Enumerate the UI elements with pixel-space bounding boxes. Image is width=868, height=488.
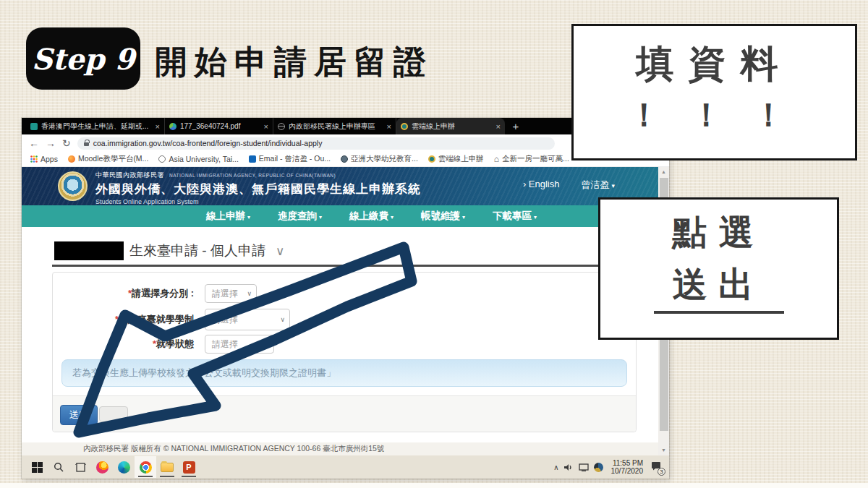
tab-title: 內政部移民署線上申辦專區	[289, 121, 380, 132]
user-menu[interactable]: 曾洁盈▾	[581, 179, 615, 192]
address-bar[interactable]: coa.immigration.gov.tw/coa-frontend/fore…	[77, 137, 555, 150]
bookmark-label: Apps	[41, 155, 58, 163]
tab-pdf[interactable]: 177_36e40724.pdf ×	[165, 118, 273, 134]
tab-immigration-portal[interactable]: 內政部移民署線上申辦專區 ×	[273, 118, 396, 134]
firefox-icon	[96, 461, 109, 474]
bookmark-label: Asia University, Tai...	[169, 155, 238, 163]
scroll-up-icon[interactable]: ▲	[661, 167, 666, 177]
tab-favicon-globe	[278, 123, 285, 130]
system-tray: ∧ 11:55 PM 10/7/2020	[553, 459, 665, 475]
windows-logo-icon	[32, 462, 43, 473]
caret-down-icon: ▾	[319, 214, 322, 221]
secondary-button-obscured[interactable]	[99, 406, 128, 422]
bookmark-childhood-education[interactable]: 亞洲大學幼兒教育...	[341, 154, 418, 164]
app-tray-icon[interactable]	[594, 463, 603, 472]
tray-collapse-icon[interactable]: ∧	[553, 463, 558, 471]
submit-button[interactable]: 送出	[60, 405, 98, 425]
redaction-box	[54, 241, 124, 260]
mail-icon	[249, 155, 256, 163]
note-fill-line1: 填資料	[574, 39, 855, 90]
powerpoint-taskbar-button[interactable]: P	[178, 456, 200, 478]
search-button[interactable]	[48, 456, 69, 478]
reload-button[interactable]: ↻	[62, 138, 71, 148]
nav-online-payment[interactable]: 線上繳費▾	[349, 210, 393, 223]
task-view-icon	[75, 462, 86, 473]
bookmark-apps[interactable]: Apps	[30, 155, 58, 163]
nav-account-maintenance[interactable]: 帳號維護▾	[421, 210, 465, 223]
field-label: *請選擇身分別 :	[53, 287, 194, 300]
page-title: 生來臺申請 - 個人申請	[129, 241, 265, 260]
tab-favicon-cloud	[401, 123, 408, 130]
device-icon[interactable]	[579, 463, 589, 471]
browser-window: 香港澳門學生線上申請、延期或... × 177_36e40724.pdf × 內…	[22, 118, 669, 479]
page-content: 生來臺申請 - 個人申請 ∨ *請選擇身分別 : 請選擇 *申請來臺就學學制 請…	[22, 227, 669, 442]
school-icon	[341, 155, 348, 163]
edge-taskbar-button[interactable]	[113, 456, 135, 478]
chrome-taskbar-button-active[interactable]	[135, 456, 156, 478]
clock-time: 11:55 PM	[611, 459, 644, 467]
start-button[interactable]	[26, 456, 48, 478]
note-fill-data: 填資料 ！！！	[571, 24, 857, 160]
site-footer: 內政部移民署 版權所有 © NATIONAL IMMIGRATION AGENC…	[22, 442, 669, 455]
caret-down-icon: ▾	[462, 214, 465, 221]
search-icon	[54, 462, 64, 473]
site-nav: 線上申辦▾ 進度查詢▾ 線上繳費▾ 帳號維護▾ 下載專區▾	[22, 205, 669, 227]
bookmark-moodle[interactable]: Moodle教學平台(M...	[68, 154, 148, 164]
lock-icon	[84, 142, 89, 146]
tab-close-icon[interactable]: ×	[496, 122, 501, 131]
caret-down-icon: ▾	[247, 214, 250, 221]
folder-icon	[161, 463, 174, 472]
study-status-select[interactable]: 請選擇	[205, 335, 274, 354]
education-system-select[interactable]: 請選擇	[205, 309, 290, 330]
exchange-student-info-bar: 若為交換生應上傳學校核發之「公文或載明交換期限之證明書」	[61, 359, 627, 387]
identity-select[interactable]: 請選擇	[205, 284, 257, 303]
agency-name: 中華民國內政部移民署	[95, 171, 164, 179]
site-header: 中華民國內政部移民署 NATIONAL IMMIGRATION AGENCY, …	[22, 167, 669, 205]
tab-close-icon[interactable]: ×	[156, 122, 160, 131]
scroll-down-icon[interactable]: ▼	[661, 445, 666, 455]
bookmark-asia-university[interactable]: Asia University, Tai...	[158, 155, 238, 163]
bookmark-label: 全新一房一廳可萬...	[502, 154, 569, 164]
back-button[interactable]: ←	[29, 138, 39, 148]
nav-progress-inquiry[interactable]: 進度查詢▾	[278, 210, 322, 223]
bookmark-label: Email - 曾洁盈 - Ou...	[259, 154, 331, 164]
site-footer-text: 內政部移民署 版權所有 © NATIONAL IMMIGRATION AGENC…	[83, 444, 384, 454]
cloud-icon	[428, 155, 435, 163]
slide-title: 開始申請居留證	[155, 40, 433, 84]
notification-center-button[interactable]: 3	[651, 461, 662, 474]
bookmark-label: 亞洲大學幼兒教育...	[351, 154, 418, 164]
chrome-icon	[140, 461, 152, 474]
info-text: 若為交換生應上傳學校核發之「公文或載明交換期限之證明書」	[72, 367, 336, 380]
clock-date: 10/7/2020	[611, 467, 644, 475]
bookmark-email[interactable]: Email - 曾洁盈 - Ou...	[249, 154, 331, 164]
new-tab-button[interactable]: +	[505, 118, 527, 134]
chevron-down-icon[interactable]: ∨	[276, 244, 284, 259]
speaker-icon[interactable]	[564, 463, 574, 471]
edge-icon	[118, 461, 130, 474]
tab-close-icon[interactable]: ×	[387, 122, 391, 131]
firefox-taskbar-button[interactable]	[91, 456, 113, 478]
tab-favicon-pdf	[169, 123, 176, 130]
tab-hk-macau-apply[interactable]: 香港澳門學生線上申請、延期或... ×	[26, 118, 165, 134]
form-row-study-status: *就學狀態 請選擇	[53, 335, 274, 354]
forward-button[interactable]: →	[46, 138, 56, 148]
bookmark-cloud-application[interactable]: 雲端線上申辦	[428, 154, 484, 164]
english-link[interactable]: › English	[523, 179, 560, 192]
note-click-line1: 點選	[600, 210, 837, 256]
bookmark-apartment[interactable]: ⌂ 全新一房一廳可萬...	[494, 154, 569, 164]
agency-name-en: NATIONAL IMMIGRATION AGENCY, REPUBLIC OF…	[169, 173, 336, 178]
nav-download-area[interactable]: 下載專區▾	[493, 210, 537, 223]
taskbar-clock[interactable]: 11:55 PM 10/7/2020	[611, 459, 644, 475]
apps-grid-icon	[30, 155, 38, 163]
username: 曾洁盈	[581, 179, 609, 190]
field-label: *申請來臺就學學制	[53, 313, 194, 326]
nav-online-apply[interactable]: 線上申辦▾	[206, 210, 250, 223]
task-view-button[interactable]	[69, 456, 91, 478]
tab-title: 177_36e40724.pdf	[180, 122, 258, 130]
bookmark-label: Moodle教學平台(M...	[78, 154, 148, 164]
tab-close-icon[interactable]: ×	[264, 122, 268, 131]
powerpoint-icon: P	[183, 461, 195, 474]
site-title: 外國與外僑、大陸與港澳、無戶籍國民學生線上申辦系統	[95, 181, 421, 197]
file-explorer-taskbar-button[interactable]	[156, 456, 178, 478]
tab-cloud-application-active[interactable]: 雲端線上申辦 ×	[396, 118, 505, 134]
